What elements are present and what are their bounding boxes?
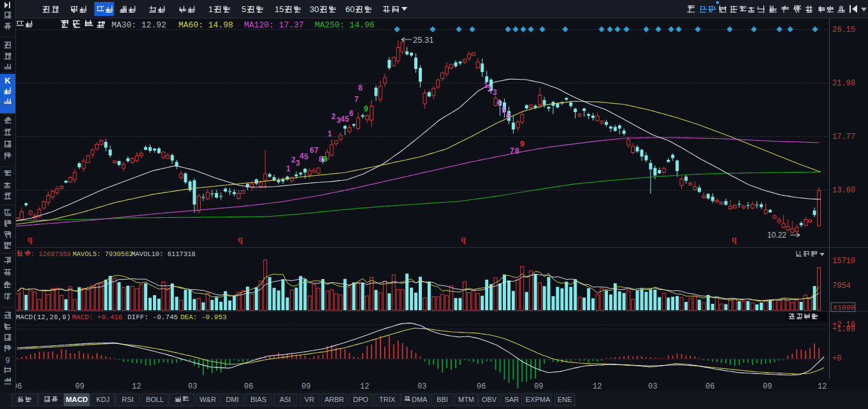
svg-text:9: 9 — [364, 104, 368, 113]
svg-text:9: 9 — [6, 356, 10, 365]
svg-text:5: 5 — [304, 152, 308, 161]
svg-text:3: 3 — [493, 88, 497, 97]
svg-text:DMI: DMI — [226, 396, 238, 403]
svg-text:2: 2 — [291, 155, 296, 164]
svg-text:OBV: OBV — [482, 396, 497, 403]
svg-text:MA250: 14.96: MA250: 14.96 — [315, 20, 375, 30]
svg-text:13.60: 13.60 — [832, 186, 855, 195]
svg-text:VR: VR — [305, 396, 314, 403]
svg-text:21.98: 21.98 — [832, 79, 855, 88]
svg-text:7: 7 — [314, 146, 319, 155]
svg-text:8: 8 — [358, 83, 363, 92]
svg-text:DMA: DMA — [412, 396, 428, 403]
svg-text:8: 8 — [515, 147, 519, 155]
svg-text:6: 6 — [506, 111, 510, 120]
svg-text:ENE: ENE — [558, 396, 572, 403]
svg-text:DEA: -0.953: DEA: -0.953 — [180, 313, 227, 321]
svg-text:1: 1 — [208, 4, 213, 14]
svg-text:03: 03 — [417, 382, 426, 391]
svg-text:4: 4 — [496, 98, 501, 107]
svg-text:9: 9 — [520, 140, 524, 148]
svg-text:06: 06 — [705, 382, 714, 391]
svg-text:09: 09 — [301, 382, 310, 391]
svg-text:X1000: X1000 — [833, 303, 855, 312]
svg-text:12: 12 — [593, 382, 602, 391]
svg-text:06: 06 — [244, 382, 253, 391]
svg-text:03: 03 — [188, 382, 197, 391]
svg-text:MA60: 14.98: MA60: 14.98 — [178, 20, 233, 30]
svg-text:MACD: +0.416: MACD: +0.416 — [72, 313, 122, 321]
svg-text:K: K — [4, 76, 11, 85]
svg-text:4: 4 — [340, 115, 345, 124]
svg-text:25.31: 25.31 — [413, 35, 434, 45]
svg-text:26.15: 26.15 — [832, 25, 855, 34]
svg-text:12: 12 — [132, 382, 141, 391]
svg-text:15: 15 — [275, 4, 284, 14]
svg-text:2: 2 — [488, 85, 492, 94]
svg-text:8: 8 — [319, 155, 323, 164]
svg-text:5: 5 — [345, 115, 349, 124]
svg-text:MA120: 17.37: MA120: 17.37 — [244, 20, 304, 30]
svg-text:MAVOL10: 6117318: MAVOL10: 6117318 — [131, 250, 196, 258]
svg-text:09: 09 — [534, 382, 543, 391]
svg-text:q: q — [238, 234, 243, 244]
svg-text:SAR: SAR — [505, 396, 519, 403]
svg-text:MACD: MACD — [66, 396, 88, 403]
svg-text:6: 6 — [310, 146, 314, 155]
svg-text:7: 7 — [510, 147, 514, 155]
svg-text:12: 12 — [818, 382, 827, 391]
svg-text:W&R: W&R — [199, 396, 216, 403]
svg-text:RSI: RSI — [122, 396, 133, 403]
svg-text:ASI: ASI — [280, 396, 291, 403]
svg-text:DIFF: -0.745: DIFF: -0.745 — [127, 313, 178, 321]
svg-text:+0: +0 — [832, 354, 841, 363]
svg-text:BBI: BBI — [437, 396, 448, 403]
svg-text:ARBR: ARBR — [324, 396, 344, 403]
svg-text:7: 7 — [354, 95, 359, 104]
svg-text:6: 6 — [349, 109, 354, 118]
svg-text:: 12697359: : 12697359 — [31, 250, 71, 258]
svg-text:MTM: MTM — [458, 396, 474, 403]
svg-text:DPO: DPO — [353, 396, 368, 403]
svg-text:1: 1 — [286, 164, 291, 173]
svg-text:03: 03 — [648, 382, 657, 391]
svg-text:EXPMA: EXPMA — [526, 396, 551, 403]
svg-text:TRIX: TRIX — [379, 396, 396, 403]
svg-text:7954: 7954 — [832, 282, 851, 291]
svg-text:MA30: 12.92: MA30: 12.92 — [112, 20, 166, 30]
svg-text:60: 60 — [345, 4, 354, 14]
svg-text:15710: 15710 — [832, 257, 855, 266]
svg-text:4: 4 — [300, 152, 304, 161]
svg-text:12: 12 — [360, 382, 369, 391]
svg-text:1: 1 — [328, 129, 332, 138]
svg-text:MACD(12,26,9): MACD(12,26,9) — [16, 313, 71, 321]
svg-text:MAVOL5: 7930562: MAVOL5: 7930562 — [73, 250, 133, 258]
svg-text:9: 9 — [323, 155, 328, 164]
svg-text:09: 09 — [763, 382, 772, 391]
svg-text:09: 09 — [75, 382, 84, 391]
svg-text:q: q — [27, 234, 33, 244]
svg-text:10.22: 10.22 — [767, 231, 786, 240]
svg-text:q: q — [461, 234, 466, 244]
svg-text:BIAS: BIAS — [250, 396, 266, 403]
svg-text:5: 5 — [242, 4, 246, 14]
svg-text:17.77: 17.77 — [832, 133, 855, 141]
svg-text:06: 06 — [477, 382, 486, 391]
svg-text:KDJ: KDJ — [96, 396, 110, 403]
svg-text:5: 5 — [502, 106, 506, 115]
svg-text:2: 2 — [331, 112, 336, 121]
svg-text:+1.89: +1.89 — [832, 325, 855, 334]
svg-text:q: q — [732, 234, 737, 244]
svg-text:30: 30 — [310, 4, 319, 14]
svg-text:BOLL: BOLL — [146, 396, 164, 403]
